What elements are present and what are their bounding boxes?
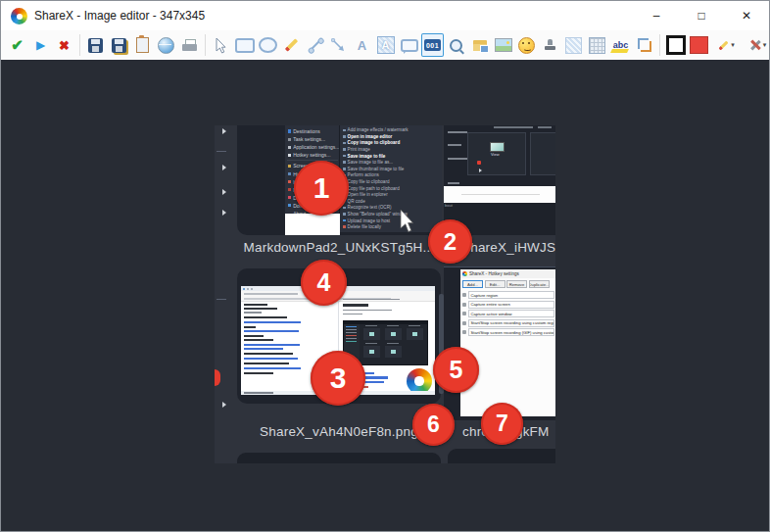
speech-bubble-icon <box>401 39 418 52</box>
stamp-icon <box>544 39 556 52</box>
continue-button[interactable]: ▶ <box>29 33 52 57</box>
thumbnail-caption: ShareX_vAh4N0eF8n.png <box>237 424 441 439</box>
border-color-icon <box>666 35 686 55</box>
fill-color-swatch[interactable] <box>688 33 710 57</box>
floppy-saveas-icon <box>112 38 126 53</box>
rectangle-tool[interactable] <box>233 33 256 57</box>
hotkey-window-title: ShareX - Hotkey settings <box>469 271 519 276</box>
view-label: View <box>491 152 500 157</box>
picture-icon <box>495 38 512 52</box>
image-file-tool[interactable] <box>468 33 491 57</box>
pixelate-tool[interactable] <box>586 33 608 57</box>
arrow-icon <box>331 38 346 53</box>
context-submenu-preview: Add image effects / watermark Open in im… <box>340 125 442 232</box>
clipboard-icon <box>136 37 149 53</box>
text-background-tool[interactable]: A <box>374 33 397 57</box>
chevron-down-icon: ▾ <box>763 41 767 49</box>
step-annotation-7[interactable]: 7 <box>481 403 523 445</box>
globe-icon <box>158 37 174 54</box>
line-tool[interactable] <box>304 33 326 57</box>
upload-button[interactable] <box>155 33 177 57</box>
sharex-image-editor-window: ShareX - Image editor - 347x345 – □ ✕ ✔ … <box>0 0 770 532</box>
highlight-tool[interactable]: abc <box>609 33 632 57</box>
save-as-button[interactable] <box>108 33 130 57</box>
magnify-tool[interactable] <box>445 33 467 57</box>
close-button[interactable]: ✕ <box>724 1 769 30</box>
copy-clipboard-button[interactable] <box>131 33 154 57</box>
line-icon <box>310 39 320 50</box>
check-icon: ✔ <box>11 36 24 54</box>
window-title: ShareX - Image editor - 347x345 <box>34 1 205 30</box>
highlight-icon: abc <box>613 40 629 50</box>
ellipse-tool[interactable] <box>257 33 279 57</box>
separator <box>659 34 660 56</box>
smiley-icon <box>518 37 535 54</box>
mouse-cursor <box>399 209 414 234</box>
pencil-icon <box>285 38 298 51</box>
thumbnail-caption: ShareX_iHWJS <box>461 240 555 255</box>
save-button[interactable] <box>84 33 107 57</box>
emoji-tool[interactable] <box>515 33 538 57</box>
white-strip <box>444 186 555 203</box>
freehand-tool[interactable] <box>280 33 303 57</box>
minimize-button[interactable]: – <box>634 1 679 30</box>
step-counter-icon: 001 <box>424 39 441 51</box>
rectangle-icon <box>235 38 255 53</box>
step-annotation-6[interactable]: 6 <box>412 404 455 446</box>
printer-icon <box>182 39 197 52</box>
clipped-red-marker <box>215 369 220 386</box>
cursor-stamp-tool[interactable] <box>539 33 561 57</box>
magnifier-icon <box>450 39 462 52</box>
border-color-swatch[interactable] <box>664 33 687 57</box>
thumbnail-caption: MarkdownPad2_UNxKSTg5H... <box>237 240 441 255</box>
step-annotation-3[interactable]: 3 <box>311 351 365 406</box>
blur-icon <box>565 37 582 54</box>
editor-canvas[interactable]: Destinations Task settings... Applicatio… <box>1 60 769 531</box>
step-number-tool[interactable]: 001 <box>421 33 444 57</box>
wrench-icon <box>749 39 761 51</box>
pencil-options-dropdown[interactable]: ▾ <box>711 33 742 57</box>
ellipse-icon <box>259 37 277 53</box>
floppy-icon <box>88 38 103 53</box>
view-monitor-icon <box>490 142 505 152</box>
white-area <box>285 214 340 235</box>
about-fragment: bout <box>445 203 453 208</box>
text-tool[interactable]: A <box>351 33 373 57</box>
step-annotation-4[interactable]: 4 <box>301 260 347 306</box>
maximize-button[interactable]: □ <box>679 1 724 30</box>
title-bar: ShareX - Image editor - 347x345 – □ ✕ <box>1 1 769 30</box>
image-file-icon <box>473 40 487 51</box>
tools-dropdown[interactable]: ▾ <box>743 33 770 57</box>
step-annotation-1[interactable]: 1 <box>294 161 349 216</box>
chevron-down-icon: ▾ <box>731 41 735 49</box>
hotkey-buttons: Add... Edit... Remove Duplicate... <box>462 280 550 288</box>
select-tool[interactable] <box>210 33 232 57</box>
blur-tool[interactable] <box>562 33 585 57</box>
text-icon: A <box>358 38 366 53</box>
hotkey-settings-preview: ShareX - Hotkey settings Add... Edit... … <box>460 269 555 416</box>
sharex-mini-logo <box>462 271 467 276</box>
editor-toolbar: ✔ ▶ ✖ A A 001 <box>1 30 769 60</box>
step-annotation-5[interactable]: 5 <box>433 347 479 393</box>
separator <box>205 34 206 56</box>
cancel-button[interactable]: ✖ <box>53 33 75 57</box>
apply-button[interactable]: ✔ <box>6 33 28 57</box>
cursor-icon <box>215 37 227 54</box>
image-insert-tool[interactable] <box>492 33 514 57</box>
edited-image[interactable]: Destinations Task settings... Applicatio… <box>215 125 555 463</box>
crop-icon <box>638 38 651 52</box>
play-icon: ▶ <box>36 38 45 52</box>
speech-bubble-tool[interactable] <box>398 33 420 57</box>
pixelate-icon <box>589 37 605 54</box>
x-icon: ✖ <box>59 38 70 53</box>
clipped-thumbnail <box>237 453 441 463</box>
step-annotation-2[interactable]: 2 <box>428 219 472 264</box>
text-background-icon: A <box>377 36 395 54</box>
clipped-thumbnail <box>448 449 555 463</box>
arrow-tool[interactable] <box>327 33 350 57</box>
separator <box>79 34 80 56</box>
crop-tool[interactable] <box>633 33 655 57</box>
print-button[interactable] <box>178 33 201 57</box>
sharex-logo-icon <box>11 8 27 24</box>
pencil-icon <box>719 40 729 50</box>
